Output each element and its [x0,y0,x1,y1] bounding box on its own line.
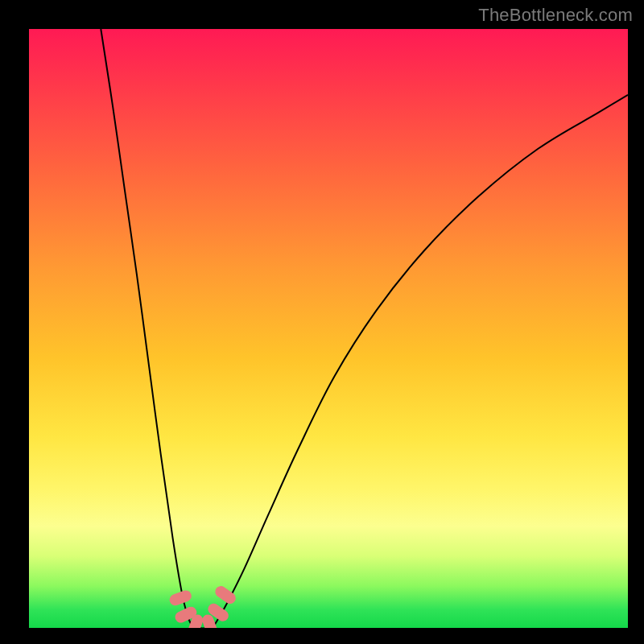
curve-path [101,29,628,628]
valley-markers [168,584,238,628]
valley-marker [168,588,193,607]
chart-frame: TheBottleneck.com [0,0,644,644]
valley-marker [213,584,238,606]
bottleneck-curve [29,29,628,628]
watermark-text: TheBottleneck.com [478,5,633,26]
plot-area [29,29,628,628]
